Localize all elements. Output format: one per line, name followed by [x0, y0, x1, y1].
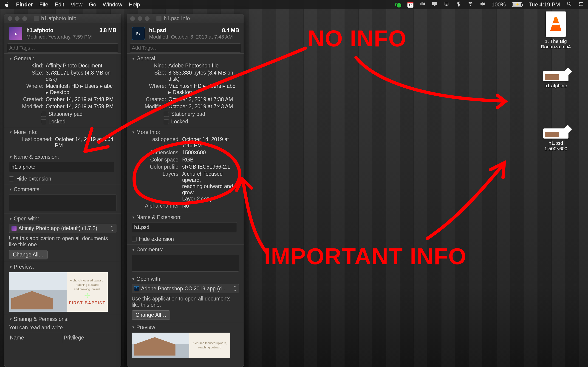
hide-extension-checkbox[interactable]: Hide extension: [9, 176, 116, 182]
section-preview[interactable]: Preview:: [9, 264, 116, 270]
change-all-button[interactable]: Change All…: [132, 310, 170, 320]
battery-percent: 100%: [492, 1, 506, 8]
last-opened-value: October 14, 2019 at 7:46 PM: [182, 136, 239, 149]
section-more-info[interactable]: More Info:: [9, 129, 116, 135]
status-indicator-icon[interactable]: [395, 3, 401, 6]
annotation-no-info: NO INFO: [308, 25, 407, 52]
last-opened-value: October 14, 2019 at 8:04 PM: [55, 136, 116, 149]
svg-point-8: [567, 2, 570, 5]
locked-checkbox[interactable]: Locked: [164, 119, 239, 125]
section-comments[interactable]: Comments:: [132, 247, 239, 253]
zoom-icon[interactable]: [22, 16, 27, 21]
colorprofile-value: sRGB IEC61966-2.1: [182, 164, 239, 170]
stationery-checkbox[interactable]: Stationery pad: [164, 111, 239, 117]
stationery-checkbox[interactable]: Stationery pad: [41, 111, 116, 117]
colorspace-value: RGB: [182, 157, 239, 163]
alpha-value: No: [182, 203, 239, 209]
info-window-afphoto: h1.afphoto Info ▲ h1.afphoto3.8 MB Modif…: [4, 14, 121, 367]
minimize-icon[interactable]: [138, 16, 142, 21]
calendar-icon[interactable]: 15: [407, 2, 414, 8]
where-value: Macintosh HD ▸ Users ▸ abc ▸ Desktop: [46, 83, 116, 95]
photoshop-icon: Ps: [134, 286, 139, 291]
size-value: 3,781,171 bytes (4.8 MB on disk): [46, 70, 116, 82]
rw-text: You can read and write: [9, 325, 116, 331]
menu-view[interactable]: View: [70, 1, 82, 8]
section-sharing[interactable]: Sharing & Permissions:: [9, 316, 116, 322]
spotlight-icon[interactable]: [566, 1, 572, 8]
svg-point-10: [579, 3, 580, 4]
menubar: Finder File Edit View Go Window Help 15 …: [0, 0, 588, 9]
section-general[interactable]: General:: [9, 56, 116, 62]
desktop-file-psd[interactable]: h1.psd 1,500×600: [535, 128, 577, 151]
section-name-ext[interactable]: Name & Extension:: [9, 154, 116, 160]
section-general[interactable]: General:: [132, 56, 239, 62]
kind-value: Adobe Photoshop file: [168, 63, 239, 69]
section-preview[interactable]: Preview:: [132, 324, 239, 330]
preview-image: A church focused upward, reaching outwar…: [9, 272, 108, 312]
change-all-button[interactable]: Change All…: [9, 250, 48, 259]
desktop-file-afphoto[interactable]: h1.afphoto: [535, 71, 577, 89]
locked-checkbox[interactable]: Locked: [41, 119, 116, 125]
tags-input[interactable]: [130, 43, 241, 52]
section-open-with[interactable]: Open with:: [9, 216, 116, 222]
comments-input[interactable]: [9, 194, 116, 211]
close-icon[interactable]: [130, 16, 135, 21]
photoshop-icon: Ps: [132, 27, 145, 40]
menu-go[interactable]: Go: [89, 1, 96, 8]
open-with-text: Use this application to open all documen…: [9, 235, 116, 248]
clock[interactable]: Tue 4:19 PM: [528, 1, 560, 8]
section-more-info[interactable]: More Info:: [132, 129, 239, 135]
close-icon[interactable]: [8, 16, 12, 21]
hide-extension-checkbox[interactable]: Hide extension: [132, 236, 239, 242]
comments-input[interactable]: [132, 255, 239, 272]
modified-value: October 3, 2019 at 7:43 AM: [168, 103, 239, 110]
open-with-select[interactable]: Ps Adobe Photoshop CC 2019.app (d… ⌃⌄: [132, 284, 239, 293]
extension-input[interactable]: [9, 162, 114, 172]
file-label: h1.psd: [535, 140, 577, 146]
section-name-ext[interactable]: Name & Extension:: [132, 214, 239, 220]
battery-meter-icon[interactable]: [420, 1, 425, 8]
display-icon[interactable]: [432, 1, 437, 8]
info-window-psd: h1.psd Info Ps h1.psd8.4 MB Modified: Oc…: [127, 14, 244, 367]
svg-point-11: [579, 5, 580, 6]
bluetooth-icon[interactable]: [456, 1, 461, 8]
kind-value: Affinity Photo Document: [46, 63, 116, 69]
battery-icon[interactable]: ⚡: [512, 2, 522, 7]
tags-input[interactable]: [7, 43, 118, 52]
file-label: h1.afphoto: [535, 83, 577, 89]
open-with-value: Affinity Photo.app (default) (1.7.2): [18, 225, 111, 232]
menu-window[interactable]: Window: [103, 1, 122, 8]
section-comments[interactable]: Comments:: [9, 186, 116, 192]
titlebar[interactable]: h1.psd Info: [127, 14, 244, 23]
volume-icon[interactable]: [480, 1, 485, 8]
desktop-file-video[interactable]: 1. The Big Bonanza.mp4: [535, 11, 577, 50]
chevron-updown-icon: ⌃⌄: [111, 226, 114, 231]
menu-edit[interactable]: Edit: [55, 1, 64, 8]
modified-value: October 14, 2019 at 7:59 PM: [46, 103, 116, 110]
vlc-icon: [546, 11, 566, 37]
menu-help[interactable]: Help: [129, 1, 140, 8]
file-size: 3.8 MB: [99, 27, 116, 33]
airplay-icon[interactable]: [444, 1, 449, 8]
traffic-lights[interactable]: [130, 16, 149, 21]
file-name: h1.afphoto: [26, 27, 53, 33]
apple-menu-icon[interactable]: [4, 2, 10, 7]
app-name[interactable]: Finder: [16, 1, 33, 8]
file-dims: 1,500×600: [535, 146, 577, 151]
open-with-text: Use this application to open all documen…: [132, 296, 239, 308]
wifi-icon[interactable]: [468, 1, 473, 8]
minimize-icon[interactable]: [15, 16, 19, 21]
created-value: October 3, 2019 at 7:38 AM: [168, 96, 239, 102]
section-open-with[interactable]: Open with:: [132, 276, 239, 282]
titlebar[interactable]: h1.afphoto Info: [4, 14, 121, 23]
zoom-icon[interactable]: [145, 16, 149, 21]
control-center-icon[interactable]: [578, 1, 584, 8]
menu-file[interactable]: File: [39, 1, 48, 8]
traffic-lights[interactable]: [8, 16, 27, 21]
layers-value: A church focused upward,reaching outward…: [182, 171, 239, 202]
svg-rect-4: [432, 2, 437, 5]
file-label: 1. The Big: [535, 39, 577, 44]
extension-input[interactable]: [132, 222, 237, 232]
file-name: h1.psd: [149, 27, 166, 33]
open-with-select[interactable]: Affinity Photo.app (default) (1.7.2) ⌃⌄: [9, 224, 116, 233]
